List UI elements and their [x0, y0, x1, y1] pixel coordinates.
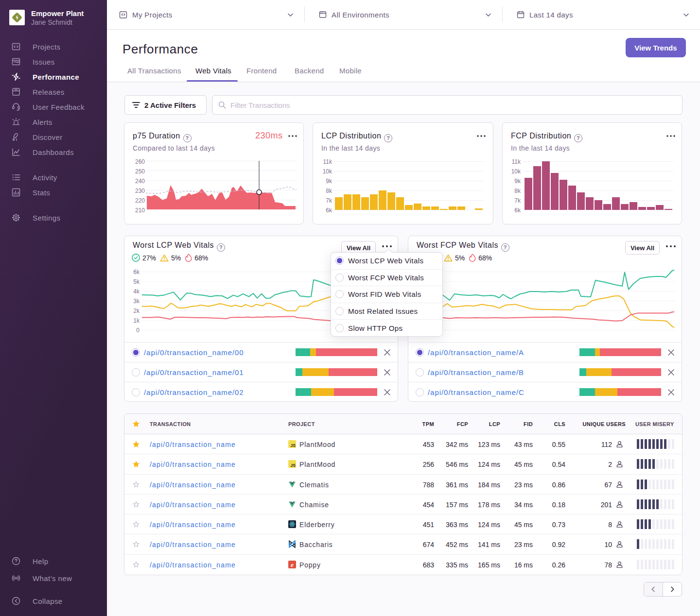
svg-text:JS: JS — [291, 443, 296, 448]
svg-text:e: e — [291, 561, 294, 568]
svg-text:JS: JS — [291, 463, 296, 468]
